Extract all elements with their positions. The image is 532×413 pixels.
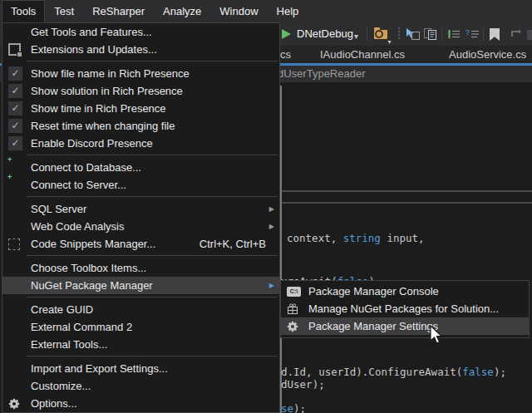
menu-bar: Tools Test ReSharper Analyze Window Help: [0, 0, 532, 22]
svg-text:?: ?: [466, 28, 470, 37]
menu-item-package-manager-settings[interactable]: Package Manager Settings: [281, 317, 529, 335]
undo-faded-icon[interactable]: [507, 28, 522, 40]
extensions-icon: [8, 43, 21, 56]
menu-item-label: Package Manager Settings: [308, 320, 438, 332]
menu-item-label: Create GUID: [31, 303, 93, 316]
menu-separator: [27, 155, 278, 155]
copy-document-icon[interactable]: [423, 27, 438, 41]
menu-item-connect-to-database[interactable]: Connect to Database...: [2, 159, 279, 176]
menu-item-external-command-2[interactable]: External Command 2: [2, 318, 279, 336]
nuget-package-manager-submenu: C:\ Package Manager Console Manage NuGet…: [280, 280, 530, 338]
submenu-arrow-icon: [269, 218, 274, 235]
gear-icon: [8, 398, 20, 410]
ide-window: Tools Test ReSharper Analyze Window Help…: [0, 0, 532, 413]
menu-item-get-tools-and-features[interactable]: Get Tools and Features...: [2, 23, 279, 41]
console-icon: C:\: [287, 287, 301, 297]
type-breadcrumb[interactable]: dUserTypeReader: [278, 67, 366, 80]
menu-separator: [27, 196, 278, 197]
menu-item-choose-toolbox-items[interactable]: Choose Toolbox Items...: [2, 259, 279, 277]
code-line: se);: [281, 402, 306, 413]
menu-item-code-snippets-manager[interactable]: Code Snippets Manager... Ctrl+K, Ctrl+B: [2, 235, 279, 253]
menu-item-label: Reset time when changing file: [31, 120, 175, 132]
menu-item-label: Show time in Rich Presence: [31, 102, 166, 115]
menubar-item-window[interactable]: Window: [210, 0, 267, 22]
toolbar-separator: [483, 27, 484, 41]
toolbar-separator: [441, 27, 442, 41]
document-tab-iaudiochannel[interactable]: IAudioChannel.cs: [320, 48, 405, 61]
menu-item-show-file-name[interactable]: Show file name in Rich Presence: [2, 65, 279, 82]
editor-margin-line: [280, 86, 282, 413]
menu-item-label: NuGet Package Manager: [31, 279, 153, 292]
submenu-arrow-icon: [269, 200, 274, 218]
menu-item-label: Import and Export Settings...: [31, 362, 168, 375]
menu-item-label: Enable Discord Presence: [31, 137, 153, 150]
menubar-item-tools[interactable]: Tools: [2, 0, 45, 22]
menu-item-label: Package Manager Console: [308, 285, 439, 297]
checkmark-icon: [8, 101, 22, 116]
menu-item-label: Manage NuGet Packages for Solution...: [308, 302, 499, 315]
menu-separator: [27, 61, 278, 61]
indent-lines-icon[interactable]: [447, 28, 461, 40]
code-line: context, string input,: [287, 232, 425, 244]
menu-item-label: External Command 2: [31, 321, 132, 333]
menu-item-external-tools[interactable]: External Tools...: [2, 336, 279, 353]
menu-item-manage-nuget-packages[interactable]: Manage NuGet Packages for Solution...: [281, 300, 529, 317]
menu-item-nuget-package-manager[interactable]: NuGet Package Manager: [2, 277, 279, 294]
menu-item-label: Show solution in Rich Presence: [31, 85, 183, 97]
checkmark-icon: [8, 119, 22, 133]
menu-item-customize[interactable]: Customize...: [2, 377, 279, 395]
run-icon[interactable]: [282, 29, 291, 39]
menubar-item-help[interactable]: Help: [268, 0, 308, 22]
run-target-dropdown-icon[interactable]: [354, 27, 358, 42]
menu-item-shortcut: Ctrl+K, Ctrl+B: [200, 238, 266, 250]
menu-item-show-solution[interactable]: Show solution in Rich Presence: [2, 82, 279, 100]
menu-item-web-code-analysis[interactable]: Web Code Analysis: [2, 218, 279, 235]
mouse-cursor: [430, 325, 445, 347]
menu-item-label: Customize...: [31, 380, 91, 392]
menu-item-connect-to-server[interactable]: Connect to Server...: [2, 176, 279, 194]
menu-item-label: Options...: [31, 397, 77, 410]
document-tab-partial[interactable]: cs: [280, 48, 291, 61]
submenu-arrow-icon: [269, 277, 274, 294]
menu-separator: [27, 255, 278, 256]
menu-item-options[interactable]: Options...: [2, 395, 279, 412]
format-lines-icon[interactable]: ?: [466, 28, 480, 40]
menu-item-label: Show file name in Rich Presence: [31, 67, 190, 80]
code-line: dUser);: [281, 378, 325, 391]
menu-item-package-manager-console[interactable]: C:\ Package Manager Console: [281, 283, 529, 300]
menu-separator: [27, 297, 278, 297]
menu-item-enable-discord-presence[interactable]: Enable Discord Presence: [2, 135, 279, 152]
checkmark-icon: [8, 66, 22, 81]
gear-icon: [287, 321, 298, 332]
menu-item-extensions-and-updates[interactable]: Extensions and Updates...: [2, 41, 279, 58]
menu-item-label: Connect to Server...: [31, 179, 126, 191]
clipped-toolbar-icon: [527, 30, 532, 40]
code-line: d.Id, userId).ConfigureAwait(false);: [281, 366, 506, 378]
menu-item-label: Choose Toolbox Items...: [31, 262, 146, 274]
tools-menu: Get Tools and Features... Extensions and…: [2, 22, 280, 413]
toolbar-separator: [367, 27, 367, 41]
menubar-item-resharper[interactable]: ReSharper: [83, 0, 154, 22]
menu-item-show-time[interactable]: Show time in Rich Presence: [2, 100, 279, 117]
snippets-icon: [8, 238, 20, 250]
bookmark-icon[interactable]: [490, 28, 500, 41]
find-in-files-icon[interactable]: [374, 30, 387, 39]
menu-item-create-guid[interactable]: Create GUID: [2, 301, 279, 318]
menu-item-label: Web Code Analysis: [31, 220, 125, 233]
menu-item-label: External Tools...: [31, 338, 107, 351]
menu-item-label: Connect to Database...: [31, 161, 141, 174]
collapsed-region-line: [282, 202, 532, 204]
package-icon: [287, 303, 298, 315]
menu-item-reset-time[interactable]: Reset time when changing file: [2, 117, 279, 135]
menu-item-label: Get Tools and Features...: [31, 26, 152, 38]
navigate-to-icon[interactable]: [405, 27, 421, 41]
menu-item-label: SQL Server: [31, 203, 86, 215]
menu-item-label: Extensions and Updates...: [31, 43, 157, 56]
menu-item-sql-server[interactable]: SQL Server: [2, 200, 279, 218]
toolbar-grip[interactable]: [398, 27, 400, 41]
run-configuration-label[interactable]: DNetDebug: [297, 27, 353, 40]
menu-item-import-export-settings[interactable]: Import and Export Settings...: [2, 360, 279, 377]
menubar-item-test[interactable]: Test: [45, 0, 83, 22]
menubar-item-analyze[interactable]: Analyze: [154, 0, 210, 22]
document-tab-audioservice[interactable]: AudioService.cs: [449, 48, 526, 61]
